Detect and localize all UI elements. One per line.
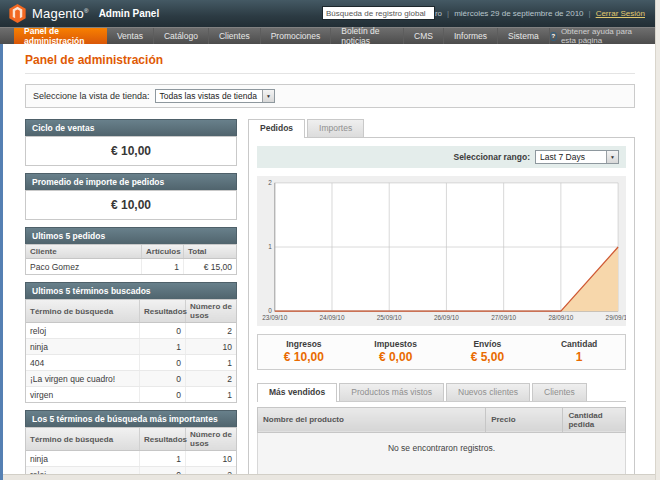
column-header[interactable]: Término de búsqueda [26,300,139,323]
trademark-mark: ® [84,8,89,14]
column-header[interactable]: Cantidad pedida [563,407,626,432]
svg-text:26/09/10: 26/09/10 [434,314,459,321]
nav-item-reports[interactable]: Informes [444,28,498,44]
table-row: 40401 [26,355,236,371]
stat-value: € 0,00 [350,350,442,364]
page-help-link[interactable]: ? Obtener ayuda para esta página [550,28,655,44]
last-search-terms-box: Ultimos 5 términos buscados Término de b… [25,282,237,403]
nav-item-customers[interactable]: Clientes [209,28,261,44]
magento-admin-dashboard: Magento® Admin Panel Accedió como aparo … [0,0,660,480]
content-area: Panel de administración Seleccione la vi… [3,44,655,480]
nav-item-newsletter[interactable]: Boletín de noticias [331,28,404,44]
table-cell: 1 [186,355,236,371]
current-date: miércoles 29 de septiembre de 2010 [454,9,583,18]
chevron-down-icon: ▼ [262,90,274,102]
store-view-selected: Todas las vistas de tienda [156,90,262,102]
stat-label: Impuestos [350,339,442,349]
last-orders-table: Cliente Artículos Total Paco Gomez1€ 15,… [26,245,236,274]
svg-text:29/09/10: 29/09/10 [606,314,626,321]
logout-link[interactable]: Cerrar Sesión [596,9,645,18]
table-cell: 1 [139,451,185,467]
bestsellers-grid: Nombre del producto Precio Cantidad pedi… [257,407,626,480]
window-edge-right [655,0,660,480]
table-row: ¡La virgen que cuadro!02 [26,371,236,387]
chevron-down-icon: ▼ [606,151,618,163]
separator: | [447,9,449,18]
column-header[interactable]: Total [184,245,237,259]
svg-text:1: 1 [268,243,272,250]
window-edge-bottom [0,474,655,480]
table-cell: reloj [26,323,139,339]
svg-text:28/09/10: 28/09/10 [548,314,573,321]
dashboard-right-column: Pedidos Importes Seleccionar rango: Last… [248,119,635,480]
store-view-label: Seleccione la vista de tienda: [33,91,150,101]
nav-item-dashboard[interactable]: Panel de administración [14,28,107,44]
stat-revenue: Ingresos € 10,00 [258,335,350,369]
table-cell: 2 [186,371,236,387]
orders-chart: 01223/09/1024/09/1025/09/1026/09/1027/09… [257,176,626,326]
lifetime-sales-box: Ciclo de ventas € 10,00 [25,119,237,166]
table-cell: 1 [186,387,236,403]
column-header[interactable]: Nombre del producto [258,407,486,432]
nav-item-system[interactable]: Sistema [498,28,550,44]
column-header[interactable]: Artículos [142,245,184,259]
svg-text:23/09/10: 23/09/10 [262,314,287,321]
chart-panel: Seleccionar rango: Last 7 Days ▼ 01223/0… [248,137,635,480]
last-search-terms-table: Término de búsqueda Resultados Número de… [26,300,236,402]
lifetime-sales-value: € 10,00 [25,136,237,166]
tab-amounts[interactable]: Importes [307,119,364,137]
table-row: virgen01 [26,387,236,403]
table-row: ninja110 [26,451,236,467]
table-cell: 1 [142,259,184,275]
tab-most-viewed[interactable]: Productos más vistos [339,383,444,401]
column-header[interactable]: Número de usos [186,300,236,323]
main-nav: Panel de administración Ventas Catálogo … [0,27,655,44]
help-icon: ? [550,32,557,41]
top-search-terms-table: Término de búsqueda Resultados Número de… [26,428,236,480]
column-header[interactable]: Cliente [26,245,142,259]
table-cell: Paco Gomez [26,259,142,275]
table-cell: 0 [139,355,185,371]
tab-bestsellers[interactable]: Más vendidos [257,383,337,402]
column-header[interactable]: Término de búsqueda [26,428,139,451]
range-select[interactable]: Last 7 Days ▼ [535,150,619,164]
table-cell: ninja [26,339,139,355]
nav-item-sales[interactable]: Ventas [107,28,154,44]
tab-new-customers[interactable]: Nuevos clientes [446,383,530,401]
last-search-terms-title: Ultimos 5 términos buscados [25,282,237,299]
column-header[interactable]: Precio [486,407,563,432]
table-cell: 10 [186,451,236,467]
store-view-switcher: Seleccione la vista de tienda: Todas las… [25,84,635,108]
table-cell: 1 [139,339,185,355]
column-header[interactable]: Número de usos [186,428,236,451]
page-title: Panel de administración [25,53,635,74]
svg-text:25/09/10: 25/09/10 [377,314,402,321]
table-row: ninja110 [26,339,236,355]
table-cell: ¡La virgen que cuadro! [26,371,139,387]
stat-label: Cantidad [533,339,625,349]
column-header[interactable]: Resultados [139,428,185,451]
page-help-label: Obtener ayuda para esta página [561,27,645,45]
magento-logo: Magento® Admin Panel [9,4,159,23]
tab-orders[interactable]: Pedidos [248,119,305,138]
table-row: Paco Gomez1€ 15,00 [26,259,236,275]
brand-suffix: Admin Panel [99,8,160,19]
orders-chart-wrap: 01223/09/1024/09/1025/09/1026/09/1027/09… [257,176,626,326]
table-cell: 2 [186,323,236,339]
tab-customers[interactable]: Clientes [532,383,587,401]
nav-item-promotions[interactable]: Promociones [261,28,332,44]
nav-item-catalog[interactable]: Catálogo [154,28,209,44]
column-header[interactable]: Resultados [139,300,185,323]
nav-item-cms[interactable]: CMS [404,28,444,44]
table-cell: 0 [139,323,185,339]
stat-value: 1 [533,350,625,364]
svg-text:2: 2 [268,179,272,186]
last-orders-title: Ultimos 5 pedidos [25,227,237,244]
global-search-input[interactable] [322,6,435,20]
stat-quantity: Cantidad 1 [533,335,625,369]
lifetime-sales-title: Ciclo de ventas [25,119,237,136]
stat-value: € 10,00 [258,350,350,364]
window-edge-left [0,44,3,480]
store-view-select[interactable]: Todas las vistas de tienda ▼ [155,89,275,103]
range-selector-bar: Seleccionar rango: Last 7 Days ▼ [257,146,626,168]
